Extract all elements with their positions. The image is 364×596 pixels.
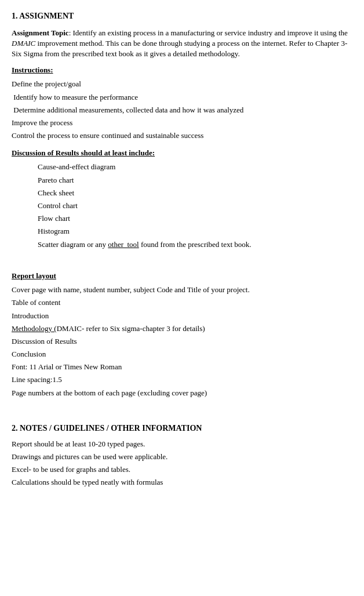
notes-item-2: Drawings and pictures can be used were a…: [12, 452, 352, 462]
notes-item-4: Calculations should be typed neatly with…: [12, 477, 352, 488]
report-item-linespacing: Line spacing:1.5: [12, 375, 352, 385]
list-item-scatter: Scatter diagram or any other_tool found …: [38, 239, 352, 250]
assignment-topic-label: Assignment Topic: [12, 28, 69, 37]
instruction-2: Identify how to measure the performance: [12, 92, 352, 103]
assignment-topic-rest: improvement method. This can be done thr…: [12, 39, 347, 58]
other-tool-underline: other_tool: [108, 240, 139, 249]
report-layout-title: Report layout: [12, 271, 352, 281]
notes-item-3: Excel- to be used for graphs and tables.: [12, 464, 352, 475]
assignment-topic-colon: : Identify an existing process in a manu…: [69, 28, 348, 37]
scatter-rest: found from the prescribed text book.: [139, 240, 252, 249]
instruction-5: Control the process to ensure continued …: [12, 130, 352, 141]
report-item-pagenumbers: Page numbers at the bottom of each page …: [12, 388, 352, 398]
methodology-underline: Methodology (: [12, 324, 57, 333]
report-item-intro: Introduction: [12, 311, 352, 321]
instructions-label: Instructions:: [12, 65, 352, 75]
instruction-4: Improve the process: [12, 118, 352, 128]
list-item-flow: Flow chart: [38, 213, 352, 224]
section2: 2. NOTES / GUIDELINES / OTHER INFORMATIO…: [12, 423, 352, 488]
methodology-rest: DMAIC- refer to Six sigma-chapter 3 for …: [57, 324, 205, 333]
assignment-topic-para: Assignment Topic: Identify an existing p…: [12, 28, 352, 60]
section1: 1. ASSIGNMENT Assignment Topic: Identify…: [12, 10, 352, 398]
report-item-toc: Table of content: [12, 297, 352, 308]
list-item-histogram: Histogram: [38, 226, 352, 237]
section1-title: 1. ASSIGNMENT: [12, 10, 352, 22]
scatter-plain: Scatter diagram or any: [38, 240, 108, 249]
report-layout-section: Report layout Cover page with name, stud…: [12, 271, 352, 398]
instruction-3: Determine additional measurements, colle…: [12, 105, 352, 115]
notes-item-1: Report should be at least 10-20 typed pa…: [12, 439, 352, 449]
list-item-check: Check sheet: [38, 188, 352, 198]
report-item-font: Font: 11 Arial or Times New Roman: [12, 362, 352, 372]
list-item-control: Control chart: [38, 201, 352, 211]
discussion-list: Cause-and-effect diagram Pareto chart Ch…: [12, 162, 352, 249]
report-item-cover: Cover page with name, student number, su…: [12, 285, 352, 295]
discussion-header: Discussion of Results should at least in…: [12, 148, 352, 158]
list-item-cause: Cause-and-effect diagram: [38, 162, 352, 172]
instruction-1: Define the project/goal: [12, 79, 352, 89]
dmaic-italic: DMAIC: [12, 39, 35, 48]
report-item-conclusion: Conclusion: [12, 349, 352, 359]
report-item-methodology: Methodology (DMAIC- refer to Six sigma-c…: [12, 324, 352, 334]
list-item-pareto: Pareto chart: [38, 175, 352, 186]
report-item-discussion: Discussion of Results: [12, 336, 352, 347]
section2-title: 2. NOTES / GUIDELINES / OTHER INFORMATIO…: [12, 423, 352, 434]
